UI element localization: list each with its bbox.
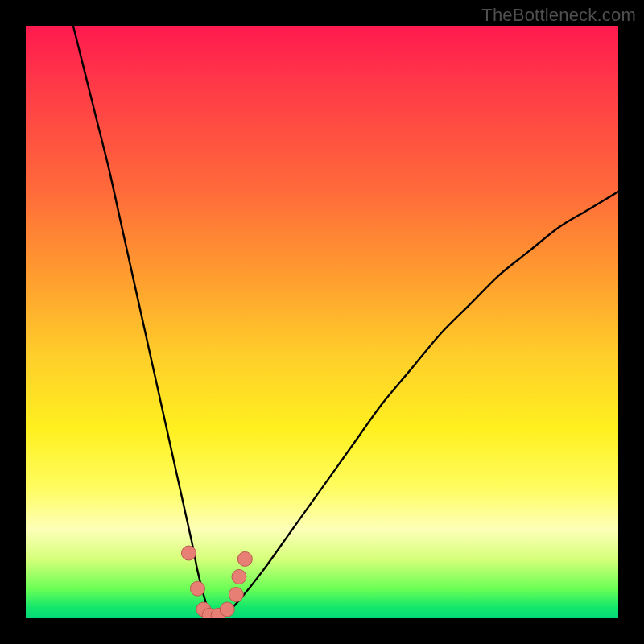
curve-marker bbox=[229, 588, 243, 602]
curve-markers bbox=[181, 546, 252, 618]
curve-marker bbox=[220, 602, 234, 617]
plot-area bbox=[26, 26, 618, 618]
curve-marker bbox=[237, 551, 252, 566]
curve-marker bbox=[181, 546, 196, 560]
curve-marker bbox=[190, 581, 204, 596]
chart-frame: TheBottleneck.com bbox=[0, 0, 644, 644]
curve-line bbox=[73, 26, 618, 618]
curve-marker bbox=[232, 569, 246, 584]
watermark-text: TheBottleneck.com bbox=[481, 5, 636, 26]
curve-svg bbox=[26, 26, 618, 618]
